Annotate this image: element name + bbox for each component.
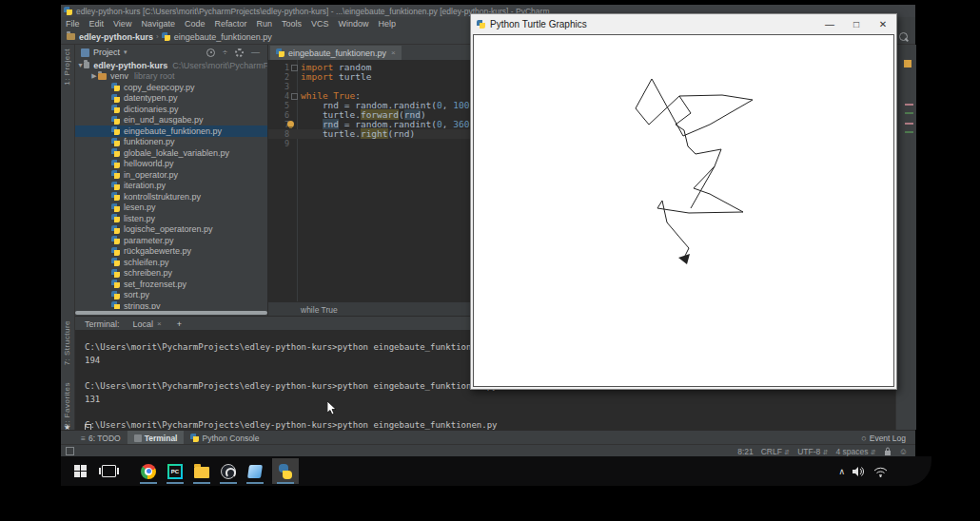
search-icon[interactable] <box>899 32 908 41</box>
tree-item-globale_lokale_variablen[interactable]: globale_lokale_variablen.py <box>75 147 267 159</box>
tree-item-set_frozenset[interactable]: set_frozenset.py <box>75 279 267 290</box>
taskbar-chrome[interactable] <box>135 458 162 484</box>
editor-tab[interactable]: eingebaute_funktionen.py × <box>270 46 402 60</box>
terminal-line: C:\Users\morit\PycharmProjects\edley-pyt… <box>85 380 497 394</box>
breadcrumb-file[interactable]: eingebaute_funktionen.py <box>174 32 272 42</box>
status-bar: 8:21 CRLF ⇵ UTF-8 ⇵ 4 spaces ⇵ ☺ <box>61 444 915 457</box>
tree-item-rückgabewerte[interactable]: rückgabewerte.py <box>75 246 267 258</box>
python-file-icon <box>276 48 284 57</box>
python-file-icon <box>111 105 120 113</box>
tree-item-dictionaries[interactable]: dictionaries.py <box>75 104 267 115</box>
collapse-arrow-icon[interactable]: ▶ <box>90 72 98 80</box>
project-view-label[interactable]: Project <box>93 48 120 57</box>
line-number: 9 <box>268 139 289 148</box>
task-view-button[interactable] <box>95 458 122 484</box>
stripe-tab-project[interactable]: 1: Project <box>63 48 71 89</box>
tree-item-datentypen[interactable]: datentypen.py <box>75 93 267 105</box>
collapse-all-icon[interactable]: ÷ <box>223 48 227 57</box>
tree-item-helloworld[interactable]: helloworld.py <box>75 159 267 170</box>
tree-item-copy_deepcopy[interactable]: copy_deepcopy.py <box>75 82 267 93</box>
tree-root[interactable]: ▼edley-python-kursC:\Users\morit\Pycharm… <box>75 60 267 71</box>
taskbar-file-explorer[interactable] <box>188 458 215 484</box>
event-log-button[interactable]: ○ Event Log <box>861 434 915 443</box>
lock-icon[interactable] <box>884 447 892 455</box>
tree-item-eingebaute_funktionen[interactable]: eingebaute_funktionen.py <box>75 125 267 137</box>
menu-item-help[interactable]: Help <box>374 19 402 29</box>
turtle-canvas <box>473 34 894 387</box>
minimize-button[interactable]: — <box>816 14 843 34</box>
menu-item-edit[interactable]: Edit <box>85 19 109 29</box>
python-console-button[interactable]: Python Console <box>184 431 265 445</box>
tree-item-strings[interactable]: strings.py <box>75 300 267 309</box>
mouse-cursor <box>327 401 338 416</box>
venv-folder-icon <box>98 73 107 80</box>
stripe-mark <box>905 104 913 106</box>
hector-inspection-icon[interactable]: ☺ <box>899 447 908 456</box>
taskbar-python-turtle[interactable] <box>272 458 299 484</box>
chevron-down-icon[interactable]: ▾ <box>124 48 127 56</box>
close-button[interactable]: ✕ <box>870 14 896 34</box>
terminal-toolwindow-button[interactable]: Terminal <box>127 431 185 445</box>
context-label[interactable]: while True <box>301 305 338 315</box>
tree-item-iteration[interactable]: iteration.py <box>75 181 267 192</box>
task-view-icon <box>102 465 116 477</box>
tree-item-parameter[interactable]: parameter.py <box>75 235 267 246</box>
fold-icon[interactable] <box>291 65 298 71</box>
taskbar-pycharm[interactable] <box>162 458 188 484</box>
line-ending[interactable]: CRLF ⇵ <box>761 447 790 456</box>
menu-item-window[interactable]: Window <box>334 19 374 29</box>
close-terminal-tab-icon[interactable]: × <box>157 319 162 328</box>
gear-icon[interactable] <box>235 48 244 57</box>
taskbar-obs[interactable] <box>215 458 242 484</box>
toolwindow-toggle-icon[interactable] <box>66 447 74 455</box>
tree-item-lesen[interactable]: lesen.py <box>75 203 267 214</box>
stripe-warning-mark[interactable] <box>904 60 911 68</box>
menu-item-navigate[interactable]: Navigate <box>136 19 180 29</box>
menu-item-file[interactable]: File <box>61 19 85 29</box>
tree-item-venv[interactable]: ▶venvlibrary root <box>75 71 267 83</box>
taskbar-blue-app[interactable] <box>242 458 268 484</box>
todo-toolwindow-button[interactable]: ≡ 6: TODO <box>74 431 127 445</box>
tree-item-schreiben[interactable]: schreiben.py <box>75 268 267 280</box>
start-button[interactable] <box>67 458 93 484</box>
breadcrumb-project[interactable]: edley-python-kurs <box>79 32 153 42</box>
tree-item-schleifen[interactable]: schleifen.py <box>75 257 267 268</box>
menu-item-vcs[interactable]: VCS <box>306 19 334 29</box>
project-tree-scrollbar[interactable] <box>75 311 267 315</box>
stripe-tab-structure[interactable]: 7: Structure <box>63 320 71 369</box>
menu-item-refactor[interactable]: Refactor <box>209 19 251 29</box>
new-terminal-tab-icon[interactable]: + <box>177 319 182 329</box>
menu-item-code[interactable]: Code <box>180 19 210 29</box>
tree-item-in_operator[interactable]: in_operator.py <box>75 169 267 181</box>
python-file-icon <box>111 203 120 212</box>
network-icon[interactable] <box>873 466 888 477</box>
fold-icon[interactable] <box>291 93 298 100</box>
close-tab-icon[interactable]: × <box>391 48 396 57</box>
hide-panel-icon[interactable]: — <box>251 48 260 57</box>
tree-item-ein_und_ausgabe[interactable]: ein_und_ausgabe.py <box>75 115 267 126</box>
hidden-icons-chevron[interactable]: ∧ <box>838 467 845 476</box>
caret-position[interactable]: 8:21 <box>737 447 754 456</box>
turtle-title-bar[interactable]: Python Turtle Graphics — □ ✕ <box>471 14 896 34</box>
tree-item-sort[interactable]: sort.py <box>75 290 267 301</box>
file-encoding[interactable]: UTF-8 ⇵ <box>797 447 828 456</box>
locate-file-icon[interactable] <box>206 48 215 57</box>
menu-item-run[interactable]: Run <box>251 19 277 29</box>
indent-setting[interactable]: 4 spaces ⇵ <box>836 447 876 456</box>
volume-icon[interactable] <box>853 466 866 477</box>
tree-item-listen[interactable]: listen.py <box>75 213 267 224</box>
expand-icon[interactable]: ▼ <box>77 62 84 68</box>
terminal-tab-local[interactable]: Local × <box>133 319 162 329</box>
tree-item-funktionen[interactable]: funktionen.py <box>75 137 267 148</box>
turtle-graphics-window[interactable]: Python Turtle Graphics — □ ✕ <box>470 13 897 390</box>
intention-bulb-icon[interactable] <box>287 121 294 127</box>
menu-item-tools[interactable]: Tools <box>277 19 306 29</box>
tree-item-kontrollstrukturen[interactable]: kontrollstrukturen.py <box>75 191 267 203</box>
project-panel-header: Project ▾ ÷ — <box>75 45 267 60</box>
menu-item-view[interactable]: View <box>108 19 136 29</box>
tool-window-bar: ≡ 6: TODO Terminal Python Console ○ Even… <box>61 430 915 445</box>
line-number: 2 <box>268 72 289 82</box>
python-file-icon <box>111 83 120 91</box>
tree-item-logische_operatoren[interactable]: logische_operatoren.py <box>75 224 267 236</box>
maximize-button[interactable]: □ <box>843 14 870 34</box>
